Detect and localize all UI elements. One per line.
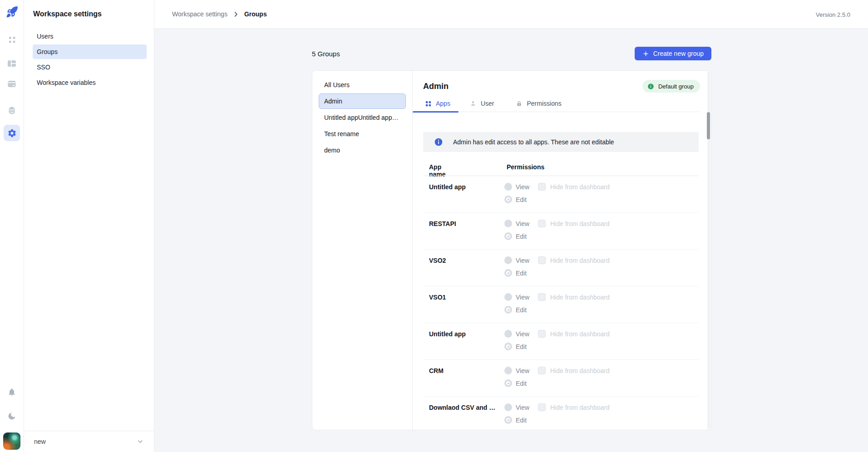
edit-radio[interactable] [504,196,512,203]
app-name: Downlaod CSV and Send attac... [429,404,499,411]
group-list-item[interactable]: All Users [319,77,406,93]
group-list-item-label: demo [324,147,340,154]
hide-from-dashboard-checkbox[interactable] [538,330,546,338]
rocket-logo-icon[interactable] [6,6,18,18]
view-label: View [516,367,529,374]
bell-icon [7,388,16,397]
group-list-item[interactable]: Admin [319,93,406,109]
chevron-down-icon [137,438,144,445]
tab-user[interactable]: User [459,95,505,112]
sidebar-menu-item-label: SSO [37,64,50,71]
edit-radio[interactable] [504,306,512,314]
rail-item-settings[interactable] [4,125,20,141]
tab-permissions-label: Permissions [527,100,561,107]
hide-from-dashboard-label: Hide from dashboard [550,367,610,374]
hide-from-dashboard-checkbox[interactable] [538,293,546,301]
chevron-right-icon [232,11,239,18]
rail-item-apps[interactable] [4,31,20,48]
view-radio[interactable] [504,183,512,191]
hide-from-dashboard-checkbox[interactable] [538,256,546,264]
plus-icon [642,50,649,57]
hide-from-dashboard-label: Hide from dashboard [550,294,610,301]
app-name: VSO2 [429,257,446,264]
scrollbar-track[interactable] [707,71,710,429]
view-label: View [516,294,529,301]
group-list-item-label: Test rename [324,130,359,138]
detail-tabs: Apps User [413,95,700,112]
hide-from-dashboard-option: Hide from dashboard [538,367,610,374]
sidebar-item-workspace-variables[interactable]: Workspace variables [33,75,147,90]
group-list-item[interactable]: demo [319,142,406,158]
view-permission-option: View [504,367,529,374]
edit-permission-option: Edit [504,232,527,240]
app-permission-row: VSO2 View Edit Hide from dashboard [423,249,699,286]
user-avatar[interactable] [3,432,20,450]
edit-permission-option: Edit [504,269,527,277]
sidebar-item-users[interactable]: Users [33,29,147,44]
app-permission-row: RESTAPI View Edit Hide from dashboard [423,212,699,249]
info-circle-blue-icon [434,138,443,147]
tab-user-label: User [481,100,494,107]
tab-apps[interactable]: Apps [413,95,459,112]
sidebar-menu: Users Groups SSO Workspace variables [33,29,147,91]
view-radio[interactable] [504,220,512,227]
moon-icon [7,412,16,421]
rail-item-pages[interactable] [4,55,20,72]
hide-from-dashboard-option: Hide from dashboard [538,293,610,301]
default-group-badge: Default group [642,80,700,93]
lock-icon [516,100,523,107]
hide-from-dashboard-checkbox[interactable] [538,403,546,411]
app-name: CRM [429,367,444,374]
column-permissions: Permissions [507,163,544,171]
view-radio[interactable] [504,293,512,301]
main-area: Workspace settings Groups Version 2.5.0 … [154,0,868,452]
default-group-label: Default group [658,83,694,90]
sidebar-item-groups[interactable]: Groups [33,44,147,59]
breadcrumb-root[interactable]: Workspace settings [172,10,227,18]
view-label: View [516,220,529,227]
hide-from-dashboard-checkbox[interactable] [538,220,546,227]
edit-radio[interactable] [504,343,512,350]
group-detail-header: Admin Default group [423,79,700,93]
sidebar-item-sso[interactable]: SSO [33,60,147,74]
view-label: View [516,404,529,411]
groups-card: All Users Admin Untitled appUntitled app… [312,70,711,430]
tab-permissions[interactable]: Permissions [505,95,572,112]
edit-label: Edit [516,306,527,314]
group-detail-panel: Admin Default group [413,71,711,430]
view-radio[interactable] [504,256,512,264]
workspace-switcher[interactable]: new [24,431,154,452]
apps-grid-icon [425,100,432,107]
group-list: All Users Admin Untitled appUntitled app… [312,71,413,430]
hide-from-dashboard-checkbox[interactable] [538,367,546,374]
content-header: 5 Groups Create new group [312,47,711,60]
scrollbar-thumb[interactable] [707,112,710,139]
edit-label: Edit [516,417,527,424]
view-label: View [516,183,529,191]
rail-item-datasources[interactable] [4,76,20,92]
edit-radio[interactable] [504,416,512,424]
edit-label: Edit [516,196,527,203]
breadcrumb: Workspace settings Groups [172,0,267,28]
group-list-item[interactable]: Untitled appUntitled appUntitle... [319,110,406,125]
dark-mode-toggle[interactable] [4,408,20,424]
create-new-group-button[interactable]: Create new group [635,47,711,60]
edit-radio[interactable] [504,232,512,240]
icon-rail [0,0,24,452]
view-radio[interactable] [504,330,512,338]
view-radio[interactable] [504,367,512,374]
app-name: Untitled app [429,330,466,338]
edit-radio[interactable] [504,379,512,387]
group-list-item[interactable]: Test rename [319,126,406,142]
edit-radio[interactable] [504,269,512,277]
settings-sidebar: Workspace settings Users Groups SSO Work… [24,0,154,452]
edit-label: Edit [516,343,527,350]
hide-from-dashboard-checkbox[interactable] [538,183,546,191]
rail-item-marketplace[interactable] [4,102,20,118]
group-list-item-label: Admin [324,98,342,105]
view-permission-option: View [504,403,529,411]
notifications-button[interactable] [4,384,20,400]
view-radio[interactable] [504,403,512,411]
hide-from-dashboard-option: Hide from dashboard [538,256,610,264]
app-permission-row: CRM View Edit Hide from dashboard [423,359,699,396]
